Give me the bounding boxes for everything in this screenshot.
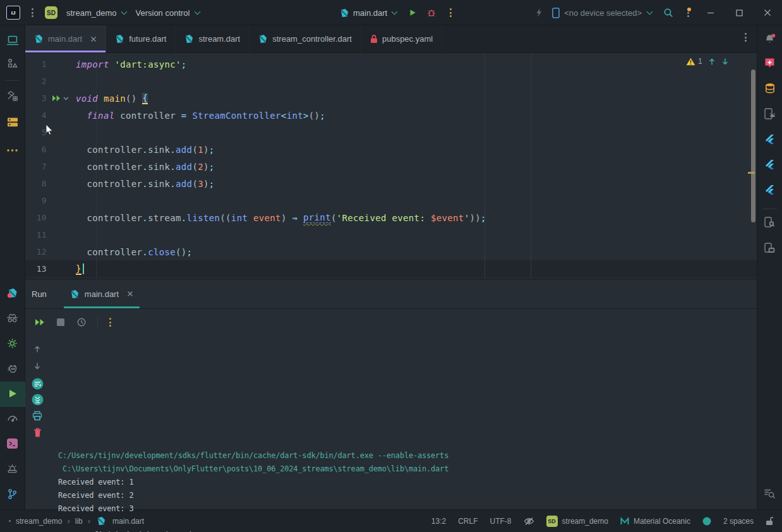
console-options-kebab-icon[interactable] (107, 315, 114, 329)
run-gutter-icon[interactable] (52, 95, 69, 102)
titlebar-run-group: main.dart (340, 0, 454, 25)
flutter-outline-icon[interactable] (761, 131, 779, 148)
console-down-arrow-icon[interactable] (30, 362, 44, 370)
close-tab-icon[interactable] (90, 36, 97, 42)
gutter-line[interactable]: 2 (25, 73, 75, 90)
line-number[interactable]: 6 (25, 145, 47, 154)
more-tool-windows-icon[interactable] (4, 140, 21, 157)
dart-icon (340, 8, 349, 18)
version-control-menu[interactable]: Version control (135, 4, 200, 21)
run-console-tab[interactable]: main.dart (64, 279, 140, 308)
console-up-arrow-icon[interactable] (30, 345, 44, 353)
editor-tab[interactable]: pubspec.yaml (361, 25, 442, 52)
gutter-line[interactable]: 13 (25, 260, 75, 277)
editor-tab[interactable]: stream.dart (176, 25, 250, 52)
main-menu-kebab-icon[interactable] (29, 6, 36, 20)
editor-tab[interactable]: main.dart (25, 25, 106, 52)
ai-assistant-icon[interactable] (761, 56, 779, 72)
notifications-bell-icon[interactable] (761, 32, 779, 48)
maximize-button[interactable] (730, 9, 749, 16)
line-number[interactable]: 7 (25, 162, 47, 171)
line-number[interactable]: 3 (25, 94, 47, 103)
run-tool-window: Run main.dart (25, 279, 757, 509)
project-selector[interactable]: stream_demo (66, 4, 126, 21)
device-manager-icon[interactable] (761, 106, 779, 123)
running-devices-icon[interactable] (761, 240, 779, 257)
editor-scrollbar[interactable] (751, 70, 755, 222)
gutter-line[interactable]: 12 (25, 243, 75, 260)
close-tab-icon[interactable] (127, 291, 133, 297)
clear-console-trash-icon[interactable] (30, 428, 44, 438)
code-line: controller.close(); (76, 243, 757, 260)
database-icon[interactable] (761, 81, 779, 97)
line-number[interactable]: 5 (25, 128, 47, 137)
line-number[interactable]: 13 (25, 264, 47, 274)
dart-analysis-icon[interactable] (4, 286, 21, 302)
gutter-line[interactable]: 11 (25, 226, 75, 243)
gutter-line[interactable]: 3 (25, 90, 75, 107)
profiler-gauge-icon[interactable] (4, 411, 21, 427)
stop-button[interactable] (54, 313, 68, 331)
device-selector[interactable]: <no device selected> (552, 4, 652, 21)
code-editor[interactable]: 12345678910111213 import 'dart:async';vo… (25, 53, 757, 279)
line-number[interactable]: 10 (25, 213, 47, 222)
git-branch-icon[interactable] (4, 487, 21, 503)
soft-wrap-icon[interactable] (30, 378, 44, 390)
siren-icon[interactable] (4, 461, 21, 478)
services-icon[interactable] (4, 115, 21, 131)
settings-kebab-icon[interactable] (685, 6, 692, 20)
line-number[interactable]: 1 (25, 59, 47, 69)
flutter-inspector-icon[interactable] (761, 182, 779, 198)
lock-icon[interactable] (766, 516, 773, 526)
gutter-line[interactable]: 9 (25, 192, 75, 209)
cat-tool-icon[interactable] (4, 361, 21, 378)
run-icon[interactable] (0, 382, 25, 407)
project-icon[interactable] (4, 33, 21, 49)
minimize-button[interactable] (701, 9, 720, 16)
prev-problem-arrow-icon[interactable] (708, 57, 716, 66)
gutter-line[interactable]: 1 (25, 56, 75, 73)
structure-icon[interactable] (4, 56, 21, 72)
run-options-kebab-icon[interactable] (447, 6, 454, 20)
inspection-widget[interactable]: 1 (686, 57, 729, 66)
rerun-button[interactable] (33, 313, 47, 331)
scroll-to-end-icon[interactable] (30, 394, 44, 406)
line-number[interactable]: 4 (25, 111, 47, 120)
console-lines: C:/Users/tijnv/development/sdks/flutter/… (58, 449, 757, 532)
line-number[interactable]: 2 (25, 76, 47, 86)
line-number[interactable]: 9 (25, 196, 47, 205)
editor-tab[interactable]: stream_controller.dart (250, 25, 361, 52)
line-number[interactable]: 12 (25, 247, 47, 257)
run-configuration-selector[interactable]: main.dart (353, 4, 397, 21)
line-number[interactable]: 11 (25, 230, 47, 239)
print-icon[interactable] (30, 411, 44, 421)
search-everywhere-button[interactable] (661, 4, 675, 21)
console-output[interactable]: C:/Users/tijnv/development/sdks/flutter/… (25, 336, 757, 532)
hot-reload-lightning-icon[interactable] (535, 8, 543, 18)
flutter-performance-icon[interactable] (761, 157, 779, 173)
gutter-line[interactable]: 4 (25, 107, 75, 124)
settings-gear-icon[interactable] (4, 336, 21, 353)
gutter-line[interactable]: 8 (25, 175, 75, 192)
dart-icon (70, 289, 80, 299)
debug-button[interactable] (424, 4, 438, 21)
tab-options-kebab-icon[interactable] (742, 30, 749, 44)
inspector-spy-icon[interactable] (4, 311, 21, 327)
warning-stripe-mark[interactable] (748, 172, 755, 174)
run-button[interactable] (406, 4, 419, 21)
gutter-line[interactable]: 7 (25, 158, 75, 175)
close-button[interactable] (758, 9, 777, 16)
chevron-down-icon (392, 9, 398, 15)
chevron-down-icon (121, 9, 128, 15)
editor-tab[interactable]: future.dart (106, 25, 176, 52)
build-hammer-icon[interactable] (4, 88, 21, 105)
line-number[interactable]: 8 (25, 179, 47, 188)
device-explorer-icon[interactable] (761, 215, 779, 231)
terminal-icon[interactable] (4, 436, 21, 452)
gutter-line[interactable]: 10 (25, 209, 75, 226)
console-find-icon[interactable] (761, 487, 779, 503)
editor-gutter[interactable]: 12345678910111213 (25, 56, 75, 277)
gutter-line[interactable]: 6 (25, 141, 75, 158)
next-problem-arrow-icon[interactable] (721, 57, 729, 66)
history-button[interactable] (75, 313, 88, 331)
